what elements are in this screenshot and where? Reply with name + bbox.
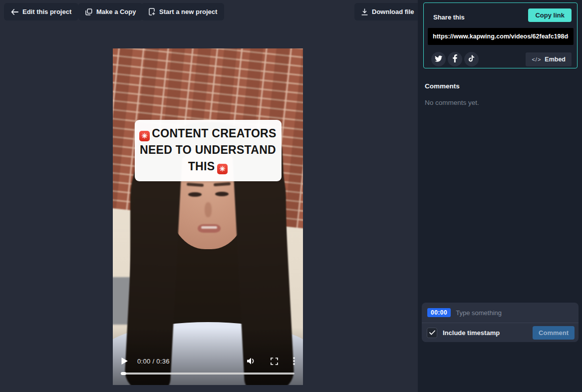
start-new-project-button[interactable]: Start a new project	[141, 3, 224, 20]
caption-line2: NEED TO UNDERSTAND	[140, 143, 276, 156]
timestamp-badge: 00:00	[427, 308, 451, 317]
twitter-share-button[interactable]	[431, 52, 446, 66]
video-progress-bar[interactable]	[121, 373, 294, 375]
download-file-label: Download file	[372, 8, 414, 15]
share-title: Share this	[433, 13, 465, 21]
video-controls-bar: 0:00 / 0:36	[113, 354, 303, 368]
volume-button[interactable]	[247, 357, 256, 365]
comments-heading: Comments	[425, 82, 460, 90]
comment-submit-button[interactable]: Comment	[533, 326, 575, 340]
main-area: Edit this project Make a Copy Start a ne…	[0, 0, 418, 392]
include-timestamp-checkbox[interactable]	[427, 328, 437, 338]
more-options-icon[interactable]	[293, 357, 295, 365]
facebook-share-button[interactable]	[448, 52, 462, 66]
make-a-copy-button[interactable]: Make a Copy	[78, 3, 143, 20]
embed-button[interactable]: </> Embed	[526, 52, 572, 66]
embed-label: Embed	[545, 56, 566, 63]
video-player[interactable]: ✳CONTENT CREATORS NEED TO UNDERSTAND THI…	[113, 48, 303, 385]
comment-input-row[interactable]: 00:00	[422, 303, 579, 323]
edit-project-label: Edit this project	[22, 8, 71, 15]
play-button[interactable]	[121, 357, 128, 365]
new-file-plus-icon	[148, 8, 155, 15]
tiktok-icon	[468, 55, 475, 64]
edit-project-button[interactable]: Edit this project	[4, 3, 78, 20]
comment-actions-row: Include timestamp Comment	[422, 323, 579, 342]
red-eight-pointed-star-emoji: ✳	[217, 164, 228, 174]
copy-icon	[85, 8, 92, 15]
comment-composer: 00:00 Include timestamp Comment	[422, 303, 579, 342]
person-nose	[205, 202, 212, 217]
share-panel: Share this Copy link </> Embed	[423, 2, 578, 68]
person-eye	[215, 192, 229, 196]
download-file-button[interactable]: Download file	[354, 3, 421, 20]
red-eight-pointed-star-emoji: ✳	[139, 131, 150, 141]
download-icon	[361, 8, 368, 15]
start-new-project-label: Start a new project	[159, 8, 217, 15]
make-a-copy-label: Make a Copy	[96, 8, 136, 15]
video-caption-card: ✳CONTENT CREATORS NEED TO UNDERSTAND THI…	[135, 120, 282, 181]
comments-empty-message: No comments yet.	[425, 99, 479, 106]
checkmark-icon	[429, 328, 435, 337]
person-eye	[188, 192, 202, 197]
copy-link-button[interactable]: Copy link	[528, 8, 572, 22]
facebook-icon	[453, 54, 457, 64]
page: Edit this project Make a Copy Start a ne…	[0, 0, 582, 392]
time-display: 0:00 / 0:36	[137, 358, 170, 365]
include-timestamp-label: Include timestamp	[443, 329, 500, 337]
caption-line1: CONTENT CREATORS	[152, 127, 276, 140]
back-arrow-icon	[11, 9, 18, 15]
twitter-icon	[435, 55, 442, 63]
comment-input[interactable]	[456, 309, 573, 317]
caption-line3: THIS	[188, 160, 215, 173]
fullscreen-button[interactable]	[271, 358, 278, 365]
video-progress-played	[121, 372, 126, 375]
sidebar: Share this Copy link </> Embed	[418, 0, 582, 392]
tiktok-share-button[interactable]	[464, 52, 479, 66]
share-url-input[interactable]	[428, 28, 574, 45]
person-mouth	[198, 224, 221, 233]
code-embed-icon: </>	[532, 56, 541, 62]
